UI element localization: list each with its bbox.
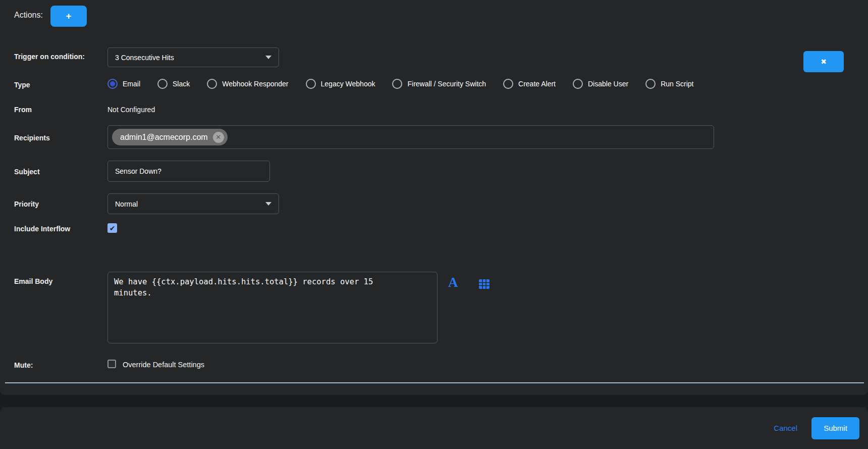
recipient-chip: admin1@acmecorp.com ✕ [112, 129, 228, 145]
trigger-condition-value: 3 Consecutive Hits [115, 54, 265, 62]
add-action-button[interactable]: + [50, 6, 87, 27]
type-option-firewall-security-switch[interactable]: Firewall / Security Switch [392, 79, 486, 89]
remove-action-button[interactable]: ✖ [803, 51, 844, 72]
trigger-condition-label: Trigger on condition: [14, 53, 85, 61]
recipients-label: Recipients [14, 134, 50, 142]
actions-label: Actions: [14, 11, 43, 20]
trigger-condition-select[interactable]: 3 Consecutive Hits [107, 47, 279, 67]
type-option-label: Create Alert [518, 80, 556, 88]
radio-icon [207, 79, 217, 89]
submit-button[interactable]: Submit [811, 417, 859, 439]
type-option-label: Disable User [588, 80, 628, 88]
type-option-disable-user[interactable]: Disable User [573, 79, 628, 89]
type-options: EmailSlackWebhook ResponderLegacy Webhoo… [107, 79, 694, 89]
type-label: Type [14, 81, 30, 89]
type-option-label: Slack [173, 80, 190, 88]
from-label: From [14, 106, 32, 114]
chevron-down-icon [265, 56, 272, 59]
check-icon: ✔ [110, 224, 116, 232]
radio-icon [645, 79, 656, 89]
close-icon: ✖ [821, 58, 827, 66]
from-value: Not Configured [107, 106, 155, 114]
type-option-slack[interactable]: Slack [157, 79, 190, 89]
type-option-email[interactable]: Email [107, 79, 140, 89]
radio-icon [503, 79, 513, 89]
page: Actions: + Trigger on condition: 3 Conse… [0, 0, 868, 449]
radio-icon [573, 79, 583, 89]
type-option-label: Legacy Webhook [321, 80, 375, 88]
cancel-button[interactable]: Cancel [774, 424, 797, 432]
radio-icon [392, 79, 402, 89]
include-interflow-label: Include Interflow [14, 225, 70, 233]
footer-bar: Cancel Submit [0, 407, 868, 449]
subject-input[interactable] [107, 161, 270, 182]
remove-recipient-icon[interactable]: ✕ [213, 132, 224, 143]
type-option-webhook-responder[interactable]: Webhook Responder [207, 79, 288, 89]
mute-override-label: Override Default Settings [123, 361, 204, 369]
type-option-legacy-webhook[interactable]: Legacy Webhook [306, 79, 375, 89]
subject-label: Subject [14, 168, 40, 176]
type-option-label: Email [123, 80, 140, 88]
include-interflow-checkbox[interactable]: ✔ [107, 223, 117, 233]
insert-table-icon[interactable] [479, 279, 490, 291]
radio-selected-icon [107, 79, 118, 89]
mute-label: Mute: [14, 361, 33, 369]
priority-select[interactable]: Normal [107, 193, 279, 214]
type-option-create-alert[interactable]: Create Alert [503, 79, 556, 89]
action-form-card: Actions: + Trigger on condition: 3 Conse… [0, 0, 868, 395]
font-format-icon[interactable]: A [448, 276, 458, 289]
plus-icon: + [66, 11, 71, 21]
type-option-label: Webhook Responder [222, 80, 288, 88]
radio-icon [306, 79, 316, 89]
type-option-label: Run Script [661, 80, 693, 88]
recipient-chip-text: admin1@acmecorp.com [120, 133, 208, 142]
type-option-run-script[interactable]: Run Script [645, 79, 693, 89]
divider [5, 382, 864, 383]
priority-label: Priority [14, 200, 39, 208]
chevron-down-icon [265, 202, 272, 206]
radio-icon [157, 79, 168, 89]
email-body-textarea[interactable]: We have {{ctx.payload.hits.hits.total}} … [107, 272, 438, 343]
email-body-label: Email Body [14, 277, 52, 285]
priority-value: Normal [115, 200, 265, 208]
type-option-label: Firewall / Security Switch [407, 80, 486, 88]
mute-override-checkbox[interactable] [107, 360, 116, 368]
recipients-input[interactable]: admin1@acmecorp.com ✕ [107, 125, 714, 149]
